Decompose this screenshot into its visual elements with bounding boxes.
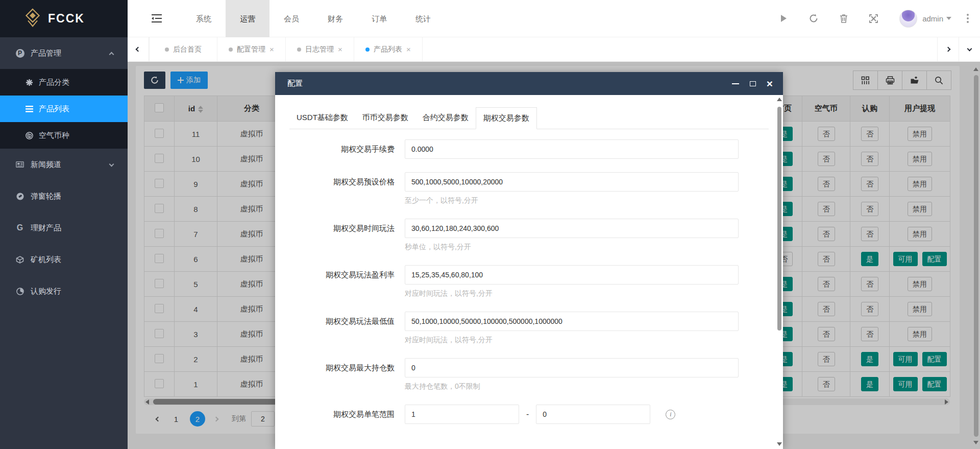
form-input-2[interactable] <box>405 219 739 238</box>
avatar[interactable] <box>899 10 917 28</box>
form-input-3[interactable] <box>405 265 739 285</box>
modal-scrollbar-thumb[interactable] <box>777 107 781 330</box>
fullscreen-icon[interactable] <box>869 14 878 23</box>
tab-label: 配置管理 <box>237 45 265 54</box>
form-row-3: 期权交易玩法盈利率对应时间玩法，以符号,分开 <box>289 265 769 298</box>
modal-tab-1[interactable]: 币币交易参数 <box>355 107 415 129</box>
tabs-menu-button[interactable] <box>959 37 980 61</box>
refresh-icon[interactable] <box>809 14 818 23</box>
form-row-4: 期权交易玩法最低值对应时间玩法，以符号,分开 <box>289 312 769 345</box>
tab-label: 产品列表 <box>374 45 402 54</box>
modal-header[interactable]: 配置 × <box>275 72 783 95</box>
sidebar: FCCK P产品管理产品分类产品列表空气币种新闻频道弹窗轮播G理财产品矿机列表认… <box>0 0 128 449</box>
modal-tab-0[interactable]: USDT基础参数 <box>289 107 355 129</box>
nav-menu-item-5[interactable]: 统计 <box>401 0 445 37</box>
modal-tab-2[interactable]: 合约交易参数 <box>415 107 476 129</box>
tabs-scroll-left-button[interactable] <box>128 37 149 61</box>
logo-text: FCCK <box>48 12 85 26</box>
form-input-4[interactable] <box>405 312 739 331</box>
tab-label: 后台首页 <box>173 45 202 54</box>
chevron-up-icon <box>110 49 113 58</box>
nav-menu-item-3[interactable]: 财务 <box>313 0 357 37</box>
tabs-scroll-right-button[interactable] <box>937 37 959 61</box>
tab-close-icon[interactable]: × <box>270 45 274 54</box>
user-name[interactable]: admin <box>922 14 943 23</box>
tab-bar-right <box>937 37 980 61</box>
navbar-actions: admin <box>779 10 980 28</box>
top-navbar: 系统运营会员财务订单统计 admin <box>128 0 980 37</box>
nav-menu-item-0[interactable]: 系统 <box>182 0 226 37</box>
tab-1[interactable]: 配置管理× <box>217 37 286 61</box>
carousel-icon <box>14 193 26 200</box>
sidebar-item-0[interactable]: P产品管理 <box>0 37 128 69</box>
form-row-6: 期权交易单笔范围-i <box>289 405 769 424</box>
trash-icon[interactable] <box>840 14 848 23</box>
modal-tab-3[interactable]: 期权交易参数 <box>476 107 537 129</box>
modal-form: 期权交易手续费期权交易预设价格至少一个，以符号,分开期权交易时间玩法秒单位，以符… <box>289 129 769 424</box>
sidebar-item-label: 产品管理 <box>31 49 61 58</box>
form-help-text: 对应时间玩法，以符号,分开 <box>405 336 739 345</box>
issue-icon <box>14 288 26 295</box>
sidebar-item-2[interactable]: 弹窗轮播 <box>0 180 128 212</box>
user-caret-icon[interactable] <box>946 17 951 20</box>
finance-icon: G <box>14 223 26 232</box>
sidebar-item-5[interactable]: 认购发行 <box>0 275 128 307</box>
tab-label: 日志管理 <box>305 45 334 54</box>
asterisk-icon <box>24 79 34 86</box>
nav-menu-item-4[interactable]: 订单 <box>357 0 401 37</box>
sidebar-subitem-label: 空气币种 <box>39 131 69 140</box>
more-menu-icon[interactable] <box>965 12 971 25</box>
chevron-down-icon <box>110 160 113 169</box>
sidebar-collapse-icon[interactable] <box>151 14 162 23</box>
tab-dot-icon <box>165 48 169 52</box>
tab-close-icon[interactable]: × <box>406 45 411 54</box>
modal-scrollbar[interactable] <box>776 96 782 448</box>
form-input-5[interactable] <box>405 358 739 377</box>
config-modal: 配置 × USDT基础参数币币交易参数合约交易参数期权交易参数 期权交易手续费期… <box>275 72 783 449</box>
nav-menu-item-2[interactable]: 会员 <box>270 0 313 37</box>
tab-3[interactable]: 产品列表× <box>354 37 423 61</box>
form-row-1: 期权交易预设价格至少一个，以符号,分开 <box>289 172 769 205</box>
sidebar-item-label: 认购发行 <box>31 287 61 296</box>
sidebar-subitem-0-2[interactable]: 空气币种 <box>0 122 128 149</box>
sidebar-item-4[interactable]: 矿机列表 <box>0 244 128 275</box>
form-label: 期权交易时间玩法 <box>289 219 400 252</box>
minimize-icon[interactable] <box>732 83 739 84</box>
play-icon[interactable] <box>779 14 788 22</box>
logo[interactable]: FCCK <box>0 0 128 37</box>
sidebar-item-label: 理财产品 <box>31 223 61 233</box>
sidebar-item-label: 新闻频道 <box>31 160 61 170</box>
sidebar-subitem-0-1[interactable]: 产品列表 <box>0 96 128 122</box>
form-input-0[interactable] <box>405 139 739 159</box>
form-help-text: 最大持仓笔数，0不限制 <box>405 382 739 391</box>
tab-0[interactable]: 后台首页 <box>149 37 217 61</box>
tab-close-icon[interactable]: × <box>338 45 342 54</box>
form-help-text: 秒单位，以符号,分开 <box>405 243 739 252</box>
sidebar-item-3[interactable]: G理财产品 <box>0 212 128 244</box>
modal-scroll-up-icon[interactable] <box>777 98 782 101</box>
miner-icon <box>14 256 26 264</box>
tab-dot-icon <box>365 48 370 52</box>
logo-diamond-icon <box>23 8 42 30</box>
form-help-text: 至少一个，以符号,分开 <box>405 196 739 205</box>
sidebar-subitem-0-0[interactable]: 产品分类 <box>0 69 128 96</box>
modal-controls: × <box>732 80 773 87</box>
tab-2[interactable]: 日志管理× <box>286 37 354 61</box>
close-icon[interactable]: × <box>767 80 773 87</box>
form-input-6-max[interactable] <box>536 405 650 424</box>
info-icon[interactable]: i <box>666 410 675 419</box>
form-label: 期权交易单笔范围 <box>289 405 400 424</box>
tab-dot-icon <box>229 48 233 52</box>
tab-bar: 后台首页配置管理×日志管理×产品列表× <box>128 37 980 62</box>
form-input-1[interactable] <box>405 172 739 192</box>
sidebar-menu: P产品管理产品分类产品列表空气币种新闻频道弹窗轮播G理财产品矿机列表认购发行 <box>0 37 128 307</box>
form-row-0: 期权交易手续费 <box>289 139 769 159</box>
sidebar-submenu: 产品分类产品列表空气币种 <box>0 69 128 149</box>
sidebar-item-1[interactable]: 新闻频道 <box>0 149 128 180</box>
form-input-6-min[interactable] <box>405 405 519 424</box>
form-label: 期权交易预设价格 <box>289 172 400 205</box>
modal-scroll-down-icon[interactable] <box>777 442 782 446</box>
nav-menu-item-1[interactable]: 运营 <box>226 0 270 37</box>
tab-list: 后台首页配置管理×日志管理×产品列表× <box>149 37 423 61</box>
maximize-icon[interactable] <box>750 81 756 86</box>
